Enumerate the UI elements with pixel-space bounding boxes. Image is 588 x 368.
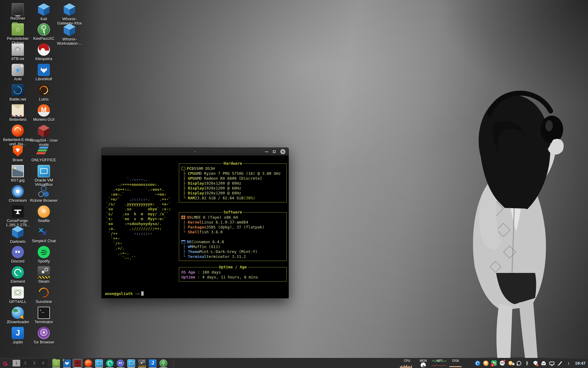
fastfetch-value: 588x368 @ 60Hz (204, 191, 241, 195)
taskbar-window-keepassxc[interactable] (158, 358, 169, 368)
close-icon[interactable] (280, 149, 285, 154)
taskbar-window-discord[interactable] (115, 358, 126, 368)
desktop-icon-spotify[interactable]: Spotify (28, 246, 59, 263)
desktop: RechnerPersönlicher Ordner8TB-intAnkiBat… (0, 0, 588, 368)
desktop-icon-monero-gui[interactable]: Monero GUI (28, 104, 59, 122)
tray-music-note-icon[interactable]: ♪ (565, 359, 572, 367)
desktop-icon-label: Sunshine (28, 300, 59, 304)
desktop-icon-oracle-vm-virtualbox[interactable]: Oracle VM VirtualBox (28, 165, 59, 187)
desktop-icon-label: Seafile (28, 219, 59, 223)
fastfetch-label: Shell (188, 230, 199, 234)
desktop-icon-terminator[interactable]: Terminator (28, 307, 59, 324)
terminal-body[interactable]: `.-::--.. .:++++ooooosssoo:. .+o++::. `.… (101, 155, 289, 298)
taskbar-window-betterbird[interactable] (83, 358, 94, 368)
fastfetch-row: OSLMDE 6 (faye) x86_64 (181, 215, 284, 220)
ascii-line: .+o++::. `.:oos+. (106, 187, 171, 192)
tray-printer-icon[interactable] (540, 359, 547, 367)
taskbar-window-virtualbox[interactable] (126, 358, 137, 368)
terminal-titlebar[interactable]: ~ (101, 148, 289, 155)
desktop-icon-sunshine[interactable]: Sunshine (28, 286, 59, 304)
tray-stylus-icon[interactable] (557, 359, 564, 367)
taskbar-window-steam[interactable] (137, 358, 147, 368)
taskbar-window-file-manager[interactable] (51, 358, 62, 368)
cpu-monitor[interactable]: CPU (399, 358, 415, 368)
uptime-label: OS Age (181, 270, 195, 274)
home-folder-icon (12, 23, 24, 36)
terminal-window: ~ `.-::--.. .:++++ooooosssoo:. .+o++::. … (101, 148, 289, 298)
tray-discord-icon[interactable] (499, 359, 506, 367)
fastfetch-value: B550M DS3H (191, 166, 215, 171)
tray-sync-icon[interactable]: ↻2 (491, 359, 497, 367)
ascii-line: `/s/ .yyyyyyyyyyo: +o-` (106, 202, 171, 207)
workspace-button-3[interactable]: 3 (30, 359, 38, 367)
tray-badge: 2 (491, 363, 494, 367)
desktop-icon-whonix-gateway-xfce[interactable]: Whonix-Gateway-Xfce (54, 3, 85, 25)
desktop-icon-label: Terminator (28, 320, 59, 324)
taskbar-window-librewolf[interactable]: 2 (62, 358, 72, 368)
ascii-line: `so .ss ohyo` :s-: (106, 207, 171, 212)
unmaximize-icon[interactable] (273, 150, 276, 153)
fastfetch-label: Display (188, 186, 204, 190)
tray-display-icon[interactable] (548, 359, 555, 367)
taskbar-window-terminator[interactable] (72, 358, 83, 368)
tray-redshift-icon[interactable] (507, 359, 514, 367)
tree-branch: ├ (181, 225, 188, 229)
desktop-icon-label: Whonix-Workstation-... (54, 37, 85, 46)
ascii-line: `++- (106, 236, 171, 241)
desktop-icon-tor-browser[interactable]: Tor Browser (28, 327, 59, 344)
taskbar-window-element[interactable] (104, 358, 115, 368)
desktop-icon-nmapsi4-user-mode[interactable]: NmapSI4 - User mode (28, 125, 59, 147)
desktop-icon-label: Spotify (28, 259, 59, 263)
tray-bluetooth-icon[interactable]: ᛒ (524, 359, 530, 367)
curseforge-anvil-icon (12, 205, 24, 218)
desktop-icon-seafile[interactable]: Seafile (28, 205, 59, 223)
fastfetch-value: 588x368 @ 60Hz (204, 181, 241, 186)
disk-bar-icon (449, 366, 462, 367)
desktop-icon-simplex-chat[interactable]: SimpleX Chat (28, 226, 59, 243)
desktop-icon-label: Lutris (28, 97, 59, 102)
desktop-icon-label: Tor Browser (28, 340, 59, 344)
tray-element-icon[interactable] (474, 359, 481, 367)
keepassxc-key-icon (38, 23, 50, 36)
workspace-button-2[interactable]: 2 (21, 359, 29, 367)
network-monitor[interactable]: NET (431, 358, 447, 368)
taskbar-window-joplin[interactable] (147, 358, 158, 368)
desktop-icon-librewolf[interactable]: LibreWolf (28, 64, 59, 81)
fastfetch-value: 588x368 @ 60Hz (204, 186, 241, 190)
clock[interactable]: 19:47 (575, 361, 586, 366)
memory-monitor[interactable]: MEM (415, 358, 431, 368)
ascii-line: .:+-. (106, 251, 171, 256)
desktop-icon-label: SimpleX Chat (28, 239, 59, 243)
shell-prompt[interactable]: anon@goliath ~> (105, 291, 144, 296)
taskbar-window-virtualbox[interactable] (94, 358, 104, 368)
desktop-icon-whonix-workstation[interactable]: Whonix-Workstation-... (54, 23, 85, 46)
desktop-icon-rclone-browser[interactable]: Rclone Browser (28, 185, 59, 203)
tray-shield-icon[interactable] (532, 359, 539, 367)
fastfetch-label: OS (187, 215, 191, 220)
wallpaper-figure-art (398, 77, 588, 365)
fastfetch-label: RAM (188, 196, 195, 200)
disk-monitor[interactable]: DISK (447, 358, 464, 368)
workspace-button-4[interactable]: 4 (39, 359, 47, 367)
menu-button[interactable] (2, 359, 11, 367)
fastfetch-row: Uptime : 4 days, 11 hours, 8 mins (181, 275, 284, 280)
tray-seafile-icon[interactable] (482, 359, 489, 367)
desktop-icon-onlyoffice[interactable]: ONLYOFFICE (28, 145, 59, 162)
lutris-mascot-icon (38, 84, 50, 96)
ascii-line: `/++ -::::::- (106, 231, 171, 236)
fastfetch-value: fish 3.6.0 (199, 230, 223, 234)
desktop-icon-kleopatra[interactable]: Kleopatra (28, 44, 59, 61)
tree-branch: └ (181, 230, 188, 234)
desktop-icon-steam[interactable]: Steam (28, 266, 59, 284)
desktop-icon-lutris[interactable]: Lutris (28, 84, 59, 102)
terminator-terminal-icon (38, 307, 50, 319)
desktop-icon-label: ONLYOFFICE (28, 158, 59, 162)
virtualbox-square-icon (127, 359, 135, 367)
battlenet-swirl-icon (12, 84, 24, 96)
fastfetch-row: DECinnamon 6.4.8 (181, 240, 284, 244)
terminator-grid-icon (74, 359, 81, 367)
workspace-button-1[interactable]: 1 (12, 359, 21, 367)
minimize-icon[interactable] (265, 151, 268, 152)
ascii-line: `+o/` .::::::-. .++-` (106, 197, 171, 202)
tray-steam-icon[interactable] (515, 359, 522, 367)
